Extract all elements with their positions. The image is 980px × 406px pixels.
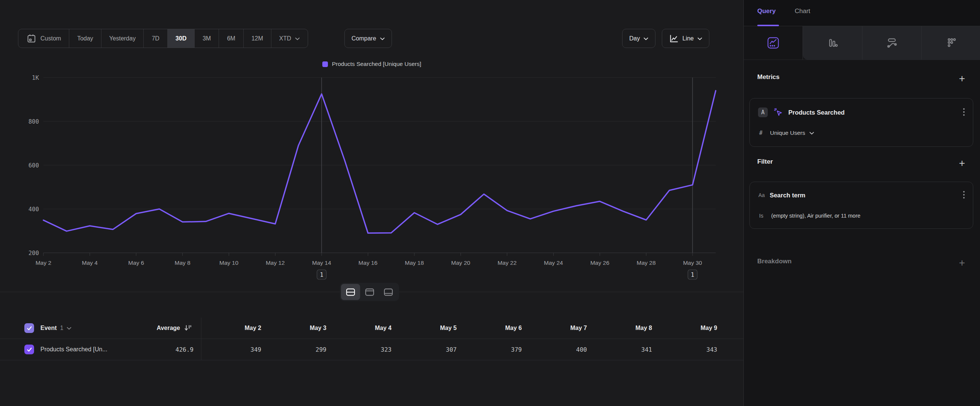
y-axis-label: 800 — [29, 118, 39, 125]
metric-card[interactable]: A Products Searched # Unique Users — [749, 98, 973, 147]
select-all-checkbox[interactable] — [24, 323, 34, 333]
date-column-header: May 3 — [282, 325, 326, 331]
results-table: Event 1 Average May 2 May 3 May 4 May 5 — [0, 318, 743, 360]
kebab-menu-icon[interactable] — [963, 108, 965, 116]
range-7d[interactable]: 7D — [144, 29, 167, 48]
y-axis-label: 200 — [29, 250, 39, 256]
event-column-header: Event — [40, 325, 57, 331]
sort-descending-icon[interactable] — [183, 324, 192, 333]
chevron-down-icon[interactable] — [67, 326, 72, 330]
funnels-icon — [826, 36, 839, 49]
tab-insights[interactable] — [744, 26, 803, 60]
date-column-header: May 5 — [412, 325, 457, 331]
x-axis-label: May 16 — [359, 260, 378, 266]
chevron-down-icon — [643, 35, 648, 42]
tab-flows[interactable] — [862, 26, 922, 60]
x-axis-label: May 6 — [128, 260, 144, 266]
x-axis-label: May 28 — [637, 260, 656, 266]
annotation-badge-label: 1 — [691, 272, 694, 278]
table-row[interactable]: Products Searched [Un... 426.9 349 299 3… — [0, 339, 743, 360]
x-axis-label: May 14 — [312, 260, 331, 266]
date-column-header: May 7 — [542, 325, 587, 331]
y-axis-label: 1K — [32, 75, 39, 81]
average-column-header[interactable]: Average — [156, 325, 180, 331]
report-type-tabs — [744, 26, 980, 60]
metric-letter-badge: A — [758, 107, 768, 117]
y-axis-label: 400 — [29, 206, 39, 213]
layout-table-only-button[interactable] — [379, 284, 398, 300]
kebab-menu-icon[interactable] — [963, 191, 965, 199]
x-axis-label: May 30 — [683, 260, 702, 266]
add-breakdown-button[interactable]: + — [959, 258, 965, 268]
chevron-down-icon[interactable] — [809, 131, 814, 135]
measure-dropdown[interactable]: Unique Users — [770, 130, 805, 136]
layout-split-view-button[interactable] — [341, 284, 360, 300]
series-name-cell: Products Searched [Un... — [40, 346, 107, 353]
value-cell: 341 — [607, 346, 652, 353]
layout-chart-only-button[interactable] — [360, 284, 379, 300]
layout-toggle — [340, 283, 399, 301]
filter-property-name: Search term — [770, 192, 805, 199]
date-column-header: May 2 — [216, 325, 261, 331]
metric-event-name: Products Searched — [788, 109, 845, 116]
add-metric-button[interactable]: + — [959, 73, 965, 84]
tab-funnels[interactable] — [803, 26, 862, 60]
range-xtd[interactable]: XTD — [271, 29, 308, 48]
range-today[interactable]: Today — [69, 29, 102, 48]
flows-icon — [885, 36, 898, 49]
report-main-area: Custom Today Yesterday 7D 30D 3M 6M 12M … — [0, 0, 743, 406]
range-label: Custom — [40, 35, 61, 42]
value-cell: 379 — [477, 346, 522, 353]
value-cell: 323 — [347, 346, 391, 353]
chevron-down-icon — [697, 35, 702, 42]
line-chart-icon — [669, 34, 679, 43]
range-6m[interactable]: 6M — [219, 29, 243, 48]
range-yesterday[interactable]: Yesterday — [102, 29, 144, 48]
data-series-line[interactable] — [43, 91, 716, 233]
string-property-icon: Aa — [758, 192, 765, 198]
query-sidebar: Query Chart — [743, 0, 980, 406]
x-axis-label: May 2 — [35, 260, 51, 266]
metrics-heading: Metrics — [757, 73, 780, 81]
tab-retention[interactable] — [922, 26, 980, 60]
x-axis-label: May 8 — [175, 260, 190, 266]
value-cell: 299 — [282, 346, 326, 353]
range-12m[interactable]: 12M — [244, 29, 271, 48]
chart-type-dropdown[interactable]: Line — [662, 29, 710, 48]
tab-query[interactable]: Query — [757, 8, 776, 15]
range-30d[interactable]: 30D — [168, 29, 195, 48]
filter-value[interactable]: (empty string), Air purifier, or 11 more — [771, 213, 860, 219]
table-header-row: Event 1 Average May 2 May 3 May 4 May 5 — [0, 318, 743, 339]
breakdown-heading: Breakdown — [757, 258, 792, 265]
value-cell: 343 — [672, 346, 717, 353]
event-cursor-icon — [773, 107, 783, 117]
x-axis-label: May 26 — [590, 260, 609, 266]
granularity-dropdown[interactable]: Day — [622, 29, 655, 48]
x-axis-label: May 20 — [451, 260, 470, 266]
calendar-icon — [26, 33, 37, 44]
chart-canvas[interactable]: 2004006008001KMay 2May 4May 6May 8May 10… — [0, 56, 743, 296]
compare-button[interactable]: Compare — [344, 29, 392, 48]
split-view-icon — [345, 288, 356, 297]
add-filter-button[interactable]: + — [959, 158, 965, 169]
value-cell: 307 — [412, 346, 457, 353]
x-axis-label: May 4 — [82, 260, 98, 266]
insights-icon — [767, 36, 780, 49]
value-cell: 349 — [216, 346, 261, 353]
range-custom[interactable]: Custom — [18, 29, 69, 48]
x-axis-label: May 18 — [405, 260, 424, 266]
date-column-header: May 9 — [672, 325, 717, 331]
sidebar-tab-bar: Query Chart — [744, 0, 980, 26]
filter-card[interactable]: Aa Search term Is (empty string), Air pu… — [749, 182, 973, 229]
x-axis-label: May 12 — [266, 260, 285, 266]
tab-chart[interactable]: Chart — [795, 8, 810, 15]
retention-icon — [945, 36, 958, 49]
line-chart: Products Searched [Unique Users] 2004006… — [0, 56, 743, 296]
date-column-header: May 4 — [347, 325, 391, 331]
range-3m[interactable]: 3M — [195, 29, 219, 48]
row-checkbox[interactable] — [24, 345, 34, 354]
filter-operator[interactable]: Is — [759, 213, 763, 219]
chevron-down-icon — [380, 35, 385, 42]
x-axis-label: May 10 — [220, 260, 239, 266]
filter-heading: Filter — [757, 158, 773, 166]
